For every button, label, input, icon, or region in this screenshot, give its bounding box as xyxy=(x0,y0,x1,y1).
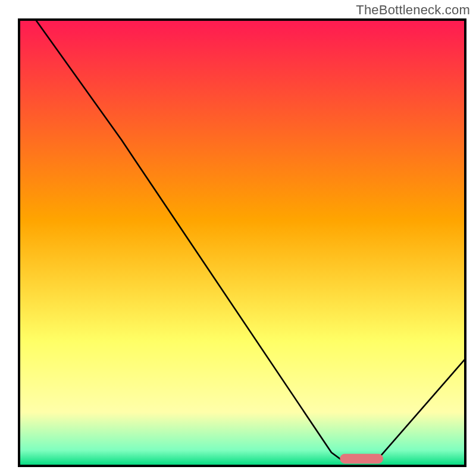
chart-container: TheBottleneck.com xyxy=(0,0,476,476)
plot-background xyxy=(19,20,465,466)
bottleneck-chart xyxy=(0,0,476,476)
watermark-text: TheBottleneck.com xyxy=(356,2,470,18)
